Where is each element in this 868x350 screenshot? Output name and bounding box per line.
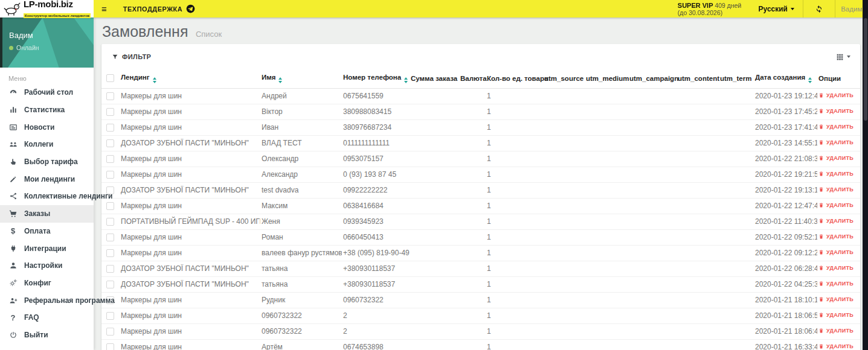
delete-button[interactable]: УДАЛИТЬ — [818, 328, 854, 334]
table-row: Маркеры для шин0960732322212020-01-21 18… — [101, 323, 860, 339]
plan-info: SUPER VIP 409 дней (до 30.08.2026) — [678, 2, 742, 16]
row-checkbox[interactable] — [106, 108, 114, 116]
cell-created: 2020-01-22 21:08:31 — [754, 151, 817, 167]
cell-utm_campaign — [628, 276, 677, 292]
cell-name: татьяна — [260, 261, 342, 276]
cell-currency — [459, 292, 486, 308]
row-checkbox[interactable] — [106, 155, 114, 163]
sidebar-item-integrations[interactable]: Интеграции — [0, 240, 94, 257]
delete-button[interactable]: УДАЛИТЬ — [818, 218, 854, 224]
row-checkbox[interactable] — [106, 139, 114, 147]
select-all-checkbox[interactable] — [106, 74, 114, 82]
delete-button[interactable]: УДАЛИТЬ — [818, 343, 854, 349]
row-checkbox[interactable] — [106, 343, 114, 350]
cell-name: ВЛАД ТЕСТ — [260, 135, 342, 151]
delete-button[interactable]: УДАЛИТЬ — [818, 281, 854, 287]
cell-name: валеев фанур рустямович — [260, 245, 342, 261]
cell-utm_medium — [585, 88, 628, 104]
delete-button[interactable]: УДАЛИТЬ — [818, 92, 854, 98]
column-header-name[interactable]: Имя — [260, 69, 342, 88]
row-checkbox[interactable] — [106, 281, 114, 288]
delete-button[interactable]: УДАЛИТЬ — [818, 124, 854, 130]
sidebar-item-config[interactable]: Конфиг — [0, 275, 94, 292]
sidebar-item-tariff[interactable]: Выбор тарифа — [0, 153, 94, 171]
delete-button[interactable]: УДАЛИТЬ — [818, 249, 854, 255]
row-checkbox[interactable] — [106, 202, 114, 210]
column-header-created[interactable]: Дата создания — [754, 69, 817, 88]
delete-button[interactable]: УДАЛИТЬ — [818, 108, 854, 114]
cell-options: УДАЛИТЬ — [817, 308, 860, 323]
delete-button[interactable]: УДАЛИТЬ — [818, 186, 854, 192]
delete-button[interactable]: УДАЛИТЬ — [818, 296, 854, 302]
sidebar-item-statistics[interactable]: Статистика — [0, 101, 94, 119]
brand-logo-area[interactable]: LP-mobi.biz Конструктор мобильных лендин… — [0, 0, 94, 18]
cell-sum — [410, 308, 459, 323]
row-checkbox[interactable] — [106, 171, 114, 179]
profile-status-label: Онлайн — [16, 44, 39, 51]
column-settings-button[interactable] — [836, 53, 850, 61]
cell-phone: 0638416684 — [342, 198, 410, 214]
sidebar-item-my-landings[interactable]: Мои лендинги — [0, 170, 94, 188]
menu-toggle-icon[interactable]: ≡ — [94, 4, 115, 14]
delete-button[interactable]: УДАЛИТЬ — [818, 171, 854, 177]
cell-created: 2020-01-21 16:33:42 — [754, 339, 817, 350]
cell-phone: 380988083415 — [342, 104, 410, 119]
cell-qty: 1 — [486, 182, 543, 198]
cell-sum — [410, 182, 459, 198]
row-checkbox[interactable] — [106, 312, 114, 320]
sidebar-item-settings[interactable]: Настройки — [0, 257, 94, 275]
delete-button[interactable]: УДАЛИТЬ — [818, 202, 854, 208]
row-checkbox[interactable] — [106, 328, 114, 336]
cell-utm_campaign — [628, 119, 677, 135]
sidebar-item-label: Интеграции — [24, 244, 66, 253]
page-scrollbar[interactable] — [863, 0, 868, 350]
language-selector[interactable]: Русский — [750, 0, 803, 18]
cell-landing: Маркеры для шин — [120, 119, 260, 135]
sidebar-item-faq[interactable]: ?FAQ — [0, 309, 94, 326]
cell-utm_campaign — [628, 245, 677, 261]
column-header-phone[interactable]: Номер телефона — [342, 69, 410, 88]
cell-phone: 0111111111111 — [342, 135, 410, 151]
delete-button[interactable]: УДАЛИТЬ — [818, 139, 854, 145]
cell-landing: ПОРТАТИВНЫЙ ГЕЙМПАД SUP - 400 ИГР В 1 — [120, 214, 260, 229]
sidebar-item-news[interactable]: Новости — [0, 118, 94, 136]
delete-button[interactable]: УДАЛИТЬ — [818, 312, 854, 318]
filter-button[interactable]: ФИЛЬТР — [112, 53, 151, 60]
sidebar-item-payment[interactable]: $Оплата — [0, 223, 94, 240]
row-checkbox[interactable] — [106, 265, 114, 273]
cell-options: УДАЛИТЬ — [817, 276, 860, 292]
sidebar-item-colleagues[interactable]: Коллеги — [0, 136, 94, 153]
sidebar-item-label: Мои лендинги — [24, 175, 75, 183]
delete-button[interactable]: УДАЛИТЬ — [818, 155, 854, 161]
sidebar-item-collective-landings[interactable]: Коллективные лендинги — [0, 188, 94, 205]
grid-icon — [836, 53, 844, 61]
row-checkbox[interactable] — [106, 124, 114, 132]
cell-utm_campaign — [628, 135, 677, 151]
cell-qty: 1 — [486, 151, 543, 167]
cell-utm_term — [719, 151, 754, 167]
sidebar-item-referral[interactable]: Реферальная программа — [0, 291, 94, 309]
delete-button[interactable]: УДАЛИТЬ — [818, 265, 854, 271]
scrollbar-thumb[interactable] — [864, 18, 867, 121]
cell-utm_source — [543, 245, 585, 261]
profile-name: Вадим — [9, 31, 94, 40]
row-checkbox[interactable] — [106, 249, 114, 257]
cell-options: УДАЛИТЬ — [817, 292, 860, 308]
row-checkbox[interactable] — [106, 234, 114, 241]
cell-landing: ДОЗАТОР ЗУБНОЇ ПАСТИ "МИНЬОН" — [120, 261, 260, 276]
cell-qty: 1 — [486, 261, 543, 276]
delete-button[interactable]: УДАЛИТЬ — [818, 234, 854, 240]
row-checkbox[interactable] — [106, 92, 114, 100]
sidebar-item-logout[interactable]: Выйти — [0, 326, 94, 344]
top-bar: LP-mobi.biz Конструктор мобильных лендин… — [0, 0, 868, 18]
cell-utm_source — [543, 276, 585, 292]
refresh-button[interactable] — [803, 0, 835, 18]
cell-utm_campaign — [628, 182, 677, 198]
support-button[interactable]: ТЕХПОДДЕРЖКА — [123, 4, 196, 13]
sidebar-item-orders[interactable]: Заказы — [0, 205, 94, 223]
cell-utm_campaign — [628, 229, 677, 245]
sidebar-item-dashboard[interactable]: Рабочий стол — [0, 84, 94, 101]
cell-landing: Маркеры для шин — [120, 104, 260, 119]
column-header-landing[interactable]: Лендинг — [120, 69, 260, 88]
row-checkbox[interactable] — [106, 218, 114, 226]
